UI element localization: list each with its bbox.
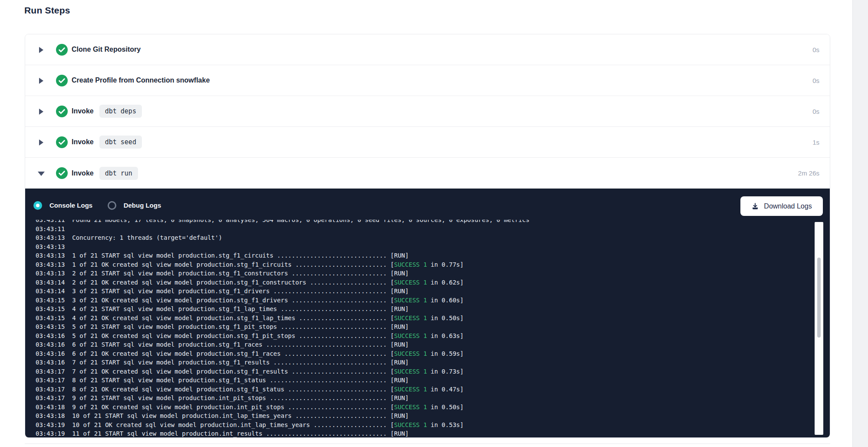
- success-check-icon: [56, 75, 68, 86]
- success-check-icon: [56, 44, 68, 56]
- step-title: Create Profile from Connection snowflake: [72, 76, 210, 84]
- success-check-icon: [56, 106, 68, 117]
- next-section-edge: [25, 444, 830, 444]
- step-command-chip: dbt deps: [99, 105, 142, 118]
- log-tabs: Console Logs Debug Logs: [33, 201, 174, 212]
- log-line: 03:43:13: [36, 242, 830, 252]
- log-line: 03:43:15 4 of 21 START sql view model pr…: [36, 305, 830, 314]
- caret-icon[interactable]: [39, 77, 44, 83]
- log-line: 03:43:13 2 of 21 START sql view model pr…: [36, 269, 830, 278]
- step-title: Invoke: [72, 138, 94, 146]
- log-line: 03:43:11 Found 21 models, 17 tests, 0 sn…: [36, 220, 830, 225]
- log-panel: Console Logs Debug Logs Download Logs: [25, 189, 830, 438]
- log-line: 03:43:16 5 of 21 OK created sql view mod…: [36, 331, 830, 341]
- run-steps-list: Clone Git Repository 0s Create Profile f…: [25, 34, 830, 189]
- step-row[interactable]: Clone Git Repository 0s: [25, 34, 830, 65]
- log-line: 03:43:13 1 of 21 OK created sql view mod…: [36, 260, 830, 269]
- step-row[interactable]: Create Profile from Connection snowflake…: [25, 65, 830, 96]
- log-line: 03:43:14 2 of 21 OK created sql view mod…: [36, 278, 830, 287]
- log-line: 03:43:17 8 of 21 OK created sql view mod…: [36, 385, 830, 394]
- log-line: 03:43:15 4 of 21 OK created sql view mod…: [36, 314, 830, 323]
- caret-icon[interactable]: [39, 108, 44, 114]
- success-check-icon: [56, 167, 68, 179]
- step-title: Clone Git Repository: [72, 46, 141, 53]
- step-duration: 0s: [812, 77, 819, 84]
- page-title: Run Steps: [24, 5, 70, 16]
- log-line: 03:43:19 11 of 21 START sql view model p…: [36, 429, 830, 438]
- step-row[interactable]: Invoke dbt run 2m 26s: [25, 158, 830, 189]
- log-line: 03:43:11: [36, 225, 830, 234]
- log-tab[interactable]: Debug Logs: [108, 201, 161, 210]
- caret-icon[interactable]: [39, 46, 44, 53]
- log-line: 03:43:17 9 of 21 START sql view model pr…: [36, 394, 830, 403]
- log-tab[interactable]: Console Logs: [33, 201, 92, 210]
- download-icon: [751, 202, 759, 210]
- log-line: 03:43:16 7 of 21 START sql view model pr…: [36, 358, 830, 367]
- step-command-chip: dbt seed: [99, 136, 142, 149]
- log-line: 03:43:19 10 of 21 OK created sql view mo…: [36, 421, 830, 430]
- log-line: 03:43:16 6 of 21 START sql view model pr…: [36, 340, 830, 349]
- log-line: 03:43:18 9 of 21 OK created sql view mod…: [36, 403, 830, 412]
- step-duration: 1s: [812, 139, 819, 146]
- right-gutter: [852, 0, 868, 447]
- radio-icon: [108, 201, 116, 210]
- log-line: 03:43:15 5 of 21 START sql view model pr…: [36, 322, 830, 331]
- download-logs-button[interactable]: Download Logs: [740, 196, 823, 216]
- log-line: 03:43:14 3 of 21 START sql view model pr…: [36, 287, 830, 296]
- console-log-output: 03:43:11 Found 21 models, 17 tests, 0 sn…: [25, 220, 830, 438]
- page: Run Steps Clone Git Repository 0s Create…: [0, 0, 868, 447]
- run-steps-card: Clone Git Repository 0s Create Profile f…: [25, 34, 830, 438]
- step-duration: 0s: [812, 108, 819, 115]
- step-row[interactable]: Invoke dbt seed 1s: [25, 127, 830, 158]
- log-line: 03:43:17 7 of 21 OK created sql view mod…: [36, 367, 830, 376]
- log-line: 03:43:13 Concurrency: 1 threads (target=…: [36, 233, 830, 242]
- success-check-icon: [56, 136, 68, 148]
- log-line: 03:43:13 1 of 21 START sql view model pr…: [36, 251, 830, 260]
- log-line: 03:43:16 6 of 21 OK created sql view mod…: [36, 349, 830, 358]
- console-log-viewport[interactable]: 03:43:11 Found 21 models, 17 tests, 0 sn…: [25, 220, 830, 438]
- log-scrollbar[interactable]: [815, 222, 823, 435]
- step-command-chip: dbt run: [99, 167, 138, 180]
- step-title: Invoke: [72, 107, 94, 115]
- log-line: 03:43:17 8 of 21 START sql view model pr…: [36, 376, 830, 385]
- step-duration: 0s: [812, 46, 819, 53]
- caret-icon[interactable]: [39, 170, 44, 176]
- log-tab-label: Console Logs: [49, 202, 92, 209]
- log-line: 03:43:18 10 of 21 START sql view model p…: [36, 411, 830, 421]
- log-scrollbar-thumb[interactable]: [817, 258, 821, 338]
- radio-icon: [33, 201, 42, 210]
- log-tab-label: Debug Logs: [124, 202, 161, 209]
- caret-icon[interactable]: [39, 139, 44, 145]
- step-title: Invoke: [72, 169, 94, 177]
- step-duration: 2m 26s: [798, 169, 819, 177]
- log-toolbar: Console Logs Debug Logs Download Logs: [25, 196, 830, 216]
- download-logs-label: Download Logs: [764, 202, 812, 210]
- step-row[interactable]: Invoke dbt deps 0s: [25, 96, 830, 127]
- log-line: 03:43:15 3 of 21 OK created sql view mod…: [36, 296, 830, 305]
